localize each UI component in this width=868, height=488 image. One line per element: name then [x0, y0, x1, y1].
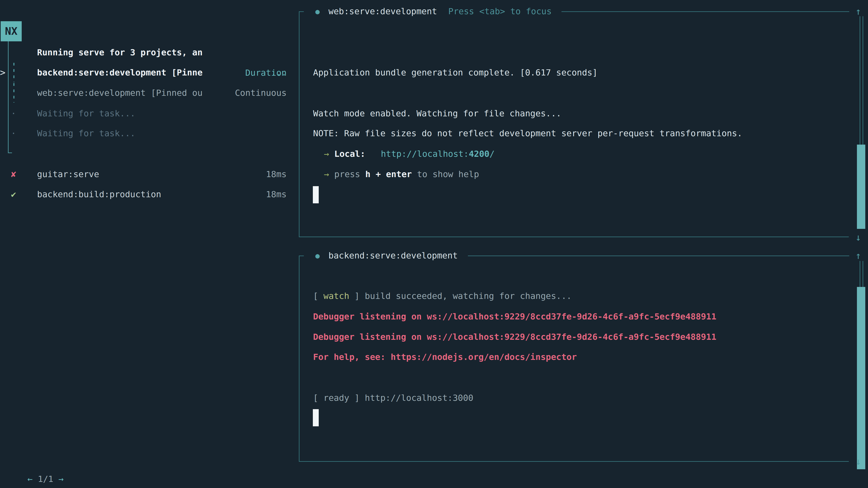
task-name: backend:serve:development [Pinne — [37, 62, 203, 83]
output-segment: NOTE: Raw file sizes do not reflect deve… — [313, 128, 742, 138]
page-number: 1/1 — [38, 474, 53, 484]
sidebar: NX Running serve for 3 projects, an Dura… — [0, 0, 301, 488]
output-segment — [329, 149, 334, 159]
failed-cross-icon: ✘ — [7, 164, 20, 184]
task-name: web:serve:development [Pinned ou — [37, 83, 203, 103]
output-segment: Application bundle generation complete. … — [313, 68, 597, 77]
output-line: [ watch ] build succeeded, watching for … — [313, 286, 572, 306]
task-name: Waiting for task... — [37, 123, 135, 143]
scrollbar-track[interactable] — [860, 261, 863, 287]
terminal-cursor — [313, 409, 319, 426]
output-line: Watch mode enabled. Watching for file ch… — [313, 103, 561, 124]
output-line: Application bundle generation complete. … — [313, 62, 597, 83]
success-check-icon: ✔ — [7, 184, 20, 204]
running-task-indicator-icon — [13, 83, 14, 103]
task-status-value: Continuous — [235, 83, 287, 103]
pane-output-lines: [ watch ] build succeeded, watching for … — [296, 244, 868, 488]
output-segment: ] — [349, 291, 365, 301]
scrollbar-track[interactable] — [860, 16, 863, 144]
running-task-indicator-icon — [13, 63, 14, 82]
output-segment — [365, 149, 381, 159]
output-segment: build succeeded, watching for changes... — [365, 291, 572, 301]
task-rows: >backend:serve:development [Pinne...web:… — [0, 0, 287, 488]
output-line: → Local: http://localhost:4200/ — [324, 144, 495, 164]
pagination: ← 1/1 → — [7, 449, 64, 469]
output-pane-backend[interactable]: ● backend:serve:development [ watch ] bu… — [296, 244, 868, 488]
task-row[interactable]: ✔backend:build:production18ms — [0, 184, 287, 204]
task-status-value: 18ms — [266, 164, 287, 184]
output-segment: http://localhost: — [381, 149, 469, 159]
task-row[interactable]: >backend:serve:development [Pinne... — [0, 62, 287, 83]
page-right-arrow[interactable]: → — [59, 474, 64, 484]
output-line: → press h + enter to show help — [324, 164, 479, 184]
output-segment: watch — [323, 291, 349, 301]
output-segment: [ ready ] http://localhost:3000 — [313, 393, 473, 403]
output-segment: to show help — [412, 169, 479, 179]
page-left-arrow[interactable]: ← — [28, 474, 33, 484]
output-segment: Debugger listening on ws://localhost:922… — [313, 332, 716, 342]
scrollbar-thumb[interactable] — [857, 144, 865, 229]
scroll-down-icon[interactable]: ↓ — [851, 231, 865, 244]
task-row[interactable]: ·Waiting for task... — [0, 123, 287, 143]
task-status-value: ... — [271, 62, 287, 83]
output-segment: 4200 — [469, 149, 490, 159]
output-segment: [ — [313, 291, 323, 301]
pane-output-lines: Application bundle generation complete. … — [296, 0, 868, 249]
output-line: Debugger listening on ws://localhost:922… — [313, 327, 716, 347]
page-indicator — [33, 474, 38, 484]
output-segment: Watch mode enabled. Watching for file ch… — [313, 108, 561, 119]
task-name: Waiting for task... — [37, 103, 135, 124]
output-segment: → — [324, 149, 329, 159]
output-segment: h + enter — [365, 169, 412, 179]
output-line: Debugger listening on ws://localhost:922… — [313, 306, 716, 327]
selection-caret-icon: > — [0, 62, 9, 83]
output-segment: Debugger listening on ws://localhost:922… — [313, 312, 716, 322]
output-line: For help, see: https://nodejs.org/en/doc… — [313, 347, 577, 367]
waiting-dot-icon: · — [7, 123, 20, 143]
scroll-up-icon[interactable]: ↑ — [851, 249, 865, 263]
output-segment: For help, see: https://nodejs.org/en/doc… — [313, 352, 577, 362]
output-segment: Local: — [334, 149, 365, 159]
task-status-value: 18ms — [266, 184, 287, 204]
output-line: [ ready ] http://localhost:3000 — [313, 388, 473, 408]
output-segment: → — [324, 169, 329, 179]
task-name: guitar:serve — [37, 164, 99, 184]
output-segment: press — [334, 169, 365, 179]
terminal-cursor — [313, 186, 319, 203]
output-line: NOTE: Raw file sizes do not reflect deve… — [313, 123, 742, 143]
task-row[interactable]: ✘guitar:serve18ms — [0, 164, 287, 184]
task-row[interactable]: ·Waiting for task... — [0, 103, 287, 124]
scroll-down-icon[interactable]: ↓ — [851, 455, 865, 468]
task-name: backend:build:production — [37, 184, 161, 204]
output-segment — [329, 169, 334, 179]
scrollbar-thumb[interactable] — [857, 287, 865, 469]
output-segment: / — [489, 149, 495, 159]
task-row[interactable]: web:serve:development [Pinned ouContinuo… — [0, 83, 287, 103]
waiting-dot-icon: · — [7, 103, 20, 124]
output-pane-web[interactable]: ● web:serve:development Press <tab> to f… — [296, 0, 868, 249]
